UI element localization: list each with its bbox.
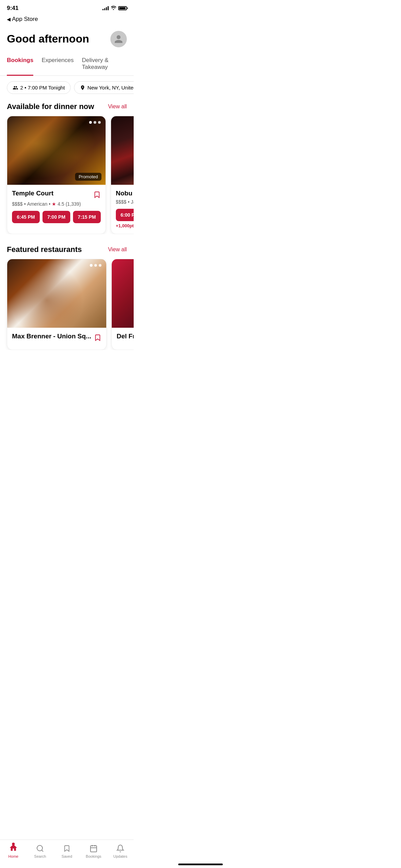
battery-icon <box>118 6 127 10</box>
max-brenner-dots <box>90 264 101 267</box>
dot-3 <box>99 264 101 267</box>
time-btn-700[interactable]: 7:00 PM <box>42 211 70 223</box>
restaurant-card-max-brenner: Max Brenner - Union Sq... <box>7 259 107 350</box>
guests-icon <box>13 85 18 91</box>
nobu-title-row: Nobu Downt... <box>116 190 134 197</box>
max-brenner-title-row: Max Brenner - Union Sq... <box>12 333 101 342</box>
featured-cards-scroll: Max Brenner - Union Sq... Del Frisco's G… <box>0 259 134 350</box>
max-brenner-image <box>7 259 106 328</box>
header: Good afternoon <box>0 25 134 47</box>
max-brenner-name: Max Brenner - Union Sq... <box>12 333 91 340</box>
nobu-times: 6:00 PM <box>116 209 134 221</box>
del-frisco-image <box>112 259 134 328</box>
greeting-text: Good afternoon <box>7 33 89 45</box>
nobu-meta: $$$$ • Japanese <box>116 199 134 205</box>
star-icon: ★ <box>52 201 56 207</box>
dot-2 <box>94 121 96 124</box>
del-frisco-title-row: Del Frisco's G... <box>117 333 134 340</box>
nobu-cuisine: Japanese <box>131 199 134 205</box>
dinner-section-title: Available for dinner now <box>7 102 94 111</box>
card-title-row: Temple Court <box>12 190 101 199</box>
image-dots <box>89 121 101 124</box>
dinner-section-header: Available for dinner now View all <box>0 99 134 116</box>
time-btn-nobu-600[interactable]: 6:00 PM <box>116 209 134 221</box>
user-icon <box>114 34 123 44</box>
back-label: App Store <box>12 16 38 23</box>
tab-bookings[interactable]: Bookings <box>7 57 33 76</box>
dinner-cards-scroll: Promoted Temple Court $$$$ • American • … <box>0 116 134 234</box>
status-icons <box>102 6 127 11</box>
dot-3 <box>98 121 101 124</box>
location-filter[interactable]: New York, NY, United States <box>74 81 134 94</box>
bookmark-icon-temple-court[interactable] <box>93 190 101 199</box>
nobu-name: Nobu Downt... <box>116 190 134 197</box>
featured-view-all[interactable]: View all <box>108 246 127 253</box>
temple-court-cuisine: American <box>27 201 47 207</box>
guests-filter-label: 2 • 7:00 PM Tonight <box>20 85 65 91</box>
temple-court-rating: 4.5 (1,339) <box>58 201 81 207</box>
dinner-view-all[interactable]: View all <box>108 104 127 110</box>
restaurant-card-temple-court: Promoted Temple Court $$$$ • American • … <box>7 116 106 234</box>
time-btn-645[interactable]: 6:45 PM <box>12 211 40 223</box>
featured-section-title: Featured restaurants <box>7 245 82 254</box>
signal-icon <box>102 6 109 10</box>
dot-2 <box>94 264 97 267</box>
tab-experiences[interactable]: Experiences <box>41 57 74 76</box>
promoted-badge: Promoted <box>75 173 101 181</box>
nav-back[interactable]: ◀ App Store <box>0 14 134 25</box>
max-brenner-body: Max Brenner - Union Sq... <box>7 328 106 350</box>
temple-court-name: Temple Court <box>12 190 90 197</box>
tab-delivery[interactable]: Delivery & Takeaway <box>82 57 127 76</box>
nobu-price: $$$$ <box>116 199 126 205</box>
temple-court-meta: $$$$ • American • ★ 4.5 (1,339) <box>12 201 101 207</box>
time-btn-715[interactable]: 7:15 PM <box>73 211 101 223</box>
status-time: 9:41 <box>7 5 19 12</box>
status-bar: 9:41 <box>0 0 134 14</box>
featured-section-header: Featured restaurants View all <box>0 242 134 259</box>
bookmark-icon-max-brenner[interactable] <box>94 333 101 342</box>
dot-1 <box>89 121 92 124</box>
wifi-icon <box>111 6 116 11</box>
location-filter-label: New York, NY, United States <box>87 85 134 91</box>
back-arrow-icon: ◀ <box>7 16 11 22</box>
temple-court-body: Temple Court $$$$ • American • ★ 4.5 (1,… <box>7 185 106 229</box>
restaurant-card-nobu: Nobu Downt... $$$$ • Japanese 6:00 PM +1… <box>111 116 134 234</box>
nobu-points: +1,000pts <box>116 223 134 228</box>
nobu-body: Nobu Downt... $$$$ • Japanese 6:00 PM +1… <box>111 185 134 234</box>
avatar[interactable] <box>110 31 127 47</box>
temple-court-image: Promoted <box>7 116 106 185</box>
main-tabs: Bookings Experiences Delivery & Takeaway <box>0 50 134 76</box>
restaurant-card-del-frisco: Del Frisco's G... <box>111 259 134 350</box>
temple-court-times: 6:45 PM 7:00 PM 7:15 PM <box>12 211 101 223</box>
del-frisco-body: Del Frisco's G... <box>112 328 134 348</box>
temple-court-price: $$$$ <box>12 201 23 207</box>
del-frisco-name: Del Frisco's G... <box>117 333 134 340</box>
dot-1 <box>90 264 93 267</box>
filters-row: 2 • 7:00 PM Tonight New York, NY, United… <box>0 76 134 99</box>
guests-filter[interactable]: 2 • 7:00 PM Tonight <box>7 81 71 94</box>
location-icon <box>80 85 85 91</box>
nobu-image <box>111 116 134 185</box>
